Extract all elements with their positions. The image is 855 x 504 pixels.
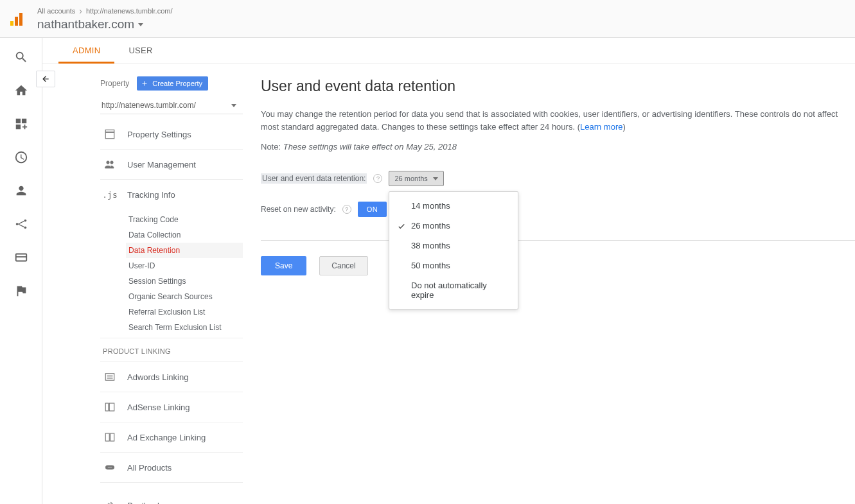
clock-icon[interactable] [13, 150, 29, 165]
sidebar-item-adexchange[interactable]: Ad Exchange Linking [100, 422, 243, 453]
tab-user[interactable]: USER [114, 46, 166, 63]
dropdown-option[interactable]: 50 months [389, 256, 518, 275]
svg-rect-1 [15, 17, 18, 26]
submenu-data-retention[interactable]: Data Retention [126, 243, 243, 258]
actions-row: Save Cancel [261, 240, 855, 275]
caret-down-icon [231, 104, 236, 107]
dropdown-option[interactable]: 26 months [389, 216, 518, 236]
breadcrumb-path[interactable]: http://natenews.tumblr.com/ [86, 7, 173, 15]
sidebar-item-all-products[interactable]: All Products [100, 453, 243, 483]
retention-select[interactable]: 26 months [389, 171, 443, 186]
note-date: These settings will take effect on May 2… [283, 142, 457, 152]
svg-point-6 [15, 223, 18, 225]
dropdown-option[interactable]: 38 months [389, 236, 518, 256]
submenu-searchterm-exclusion[interactable]: Search Term Exclusion List [126, 320, 243, 335]
svg-point-7 [24, 220, 26, 222]
svg-rect-11 [105, 130, 114, 139]
check-icon [397, 222, 406, 230]
analytics-logo-icon [8, 10, 26, 28]
top-header: All accounts › http://natenews.tumblr.co… [0, 0, 855, 38]
svg-point-13 [107, 161, 110, 164]
svg-rect-22 [110, 433, 114, 441]
option-label: 50 months [411, 261, 450, 270]
svg-rect-19 [105, 403, 109, 411]
breadcrumb-root[interactable]: All accounts [37, 7, 75, 15]
home-icon[interactable] [13, 83, 29, 98]
svg-point-14 [110, 161, 114, 164]
flag-icon[interactable] [13, 283, 29, 299]
svg-rect-5 [15, 125, 20, 129]
save-button[interactable]: Save [261, 256, 306, 275]
users-icon [104, 159, 116, 170]
sidebar-item-label: Postbacks [127, 501, 166, 505]
sidebar-item-label: User Management [127, 160, 196, 169]
sidebar-item-user-management[interactable]: User Management [100, 150, 243, 180]
section-product-linking: PRODUCT LINKING [100, 338, 243, 362]
postbacks-icon [104, 500, 116, 504]
adwords-icon [104, 371, 116, 383]
submenu-user-id[interactable]: User-ID [126, 258, 243, 274]
submenu-tracking-code[interactable]: Tracking Code [126, 212, 243, 227]
sidebar-item-tracking-info[interactable]: .js Tracking Info [100, 180, 243, 209]
cancel-button[interactable]: Cancel [319, 256, 367, 275]
submenu-referral-exclusion[interactable]: Referral Exclusion List [126, 304, 243, 320]
search-icon[interactable] [13, 49, 29, 65]
sidebar-item-label: AdSense Linking [127, 403, 190, 412]
sidebar-item-label: Tracking Info [127, 190, 175, 200]
page-title: User and event data retention [261, 78, 855, 95]
chevron-right-icon: › [79, 6, 82, 16]
adexchange-icon [104, 431, 116, 443]
flow-icon[interactable] [13, 216, 29, 232]
dashboard-icon[interactable] [13, 116, 29, 132]
left-rail [0, 38, 42, 504]
property-selector[interactable]: http://natenews.tumblr.com/ [100, 97, 243, 114]
svg-rect-3 [15, 119, 20, 123]
sidebar-item-label: Adwords Linking [127, 372, 188, 382]
create-property-button[interactable]: Create Property [137, 76, 208, 91]
sidebar-item-adsense[interactable]: AdSense Linking [100, 392, 243, 422]
js-icon: .js [104, 189, 116, 200]
svg-rect-4 [21, 119, 26, 123]
svg-rect-12 [105, 132, 114, 132]
sidebar-item-property-settings[interactable]: Property Settings [100, 119, 243, 150]
link-icon [104, 462, 116, 473]
retention-dropdown: 14 months 26 months 38 months 50 months … [389, 191, 518, 309]
reset-toggle[interactable]: ON [358, 202, 387, 217]
sidebar-item-adwords[interactable]: Adwords Linking [100, 362, 243, 392]
tracking-submenu: Tracking Code Data Collection Data Reten… [100, 209, 243, 338]
svg-rect-20 [109, 403, 114, 411]
user-icon[interactable] [13, 183, 29, 198]
tab-admin[interactable]: ADMIN [58, 46, 114, 63]
desc-text: You may change the retention period for … [261, 109, 838, 132]
sidebar-item-label: Property Settings [127, 130, 191, 139]
property-selected: http://natenews.tumblr.com/ [101, 101, 196, 110]
help-icon[interactable]: ? [342, 205, 351, 214]
submenu-session-settings[interactable]: Session Settings [126, 274, 243, 289]
reset-label: Reset on new activity: [261, 205, 336, 214]
help-icon[interactable]: ? [373, 174, 382, 183]
svg-rect-10 [15, 256, 26, 257]
retention-label: User and event data retention: [261, 173, 367, 184]
dropdown-option[interactable]: Do not automatically expire [389, 275, 518, 305]
submenu-organic-search[interactable]: Organic Search Sources [126, 289, 243, 304]
account-selector[interactable]: nathantbaker.com [37, 17, 173, 31]
option-label: Do not automatically expire [411, 281, 487, 300]
admin-tabs: ADMIN USER [42, 38, 855, 64]
dropdown-option[interactable]: 14 months [389, 196, 518, 216]
back-button[interactable] [42, 71, 55, 87]
submenu-data-collection[interactable]: Data Collection [126, 227, 243, 243]
sidebar-item-postbacks[interactable]: Postbacks [100, 491, 243, 504]
page-description: You may change the retention period for … [261, 108, 855, 133]
adsense-icon [104, 401, 116, 413]
breadcrumb[interactable]: All accounts › http://natenews.tumblr.co… [37, 6, 173, 16]
option-label: 14 months [411, 201, 450, 211]
option-label: 26 months [411, 221, 450, 230]
svg-rect-21 [105, 433, 109, 441]
card-icon[interactable] [13, 250, 29, 265]
settings-box-icon [104, 128, 116, 140]
property-sidebar: Property Create Property http://natenews… [42, 64, 248, 504]
caret-down-icon [138, 23, 143, 26]
svg-point-8 [24, 227, 26, 229]
retention-row: User and event data retention: ? 26 mont… [261, 171, 855, 186]
learn-more-link[interactable]: Learn more [580, 122, 622, 132]
